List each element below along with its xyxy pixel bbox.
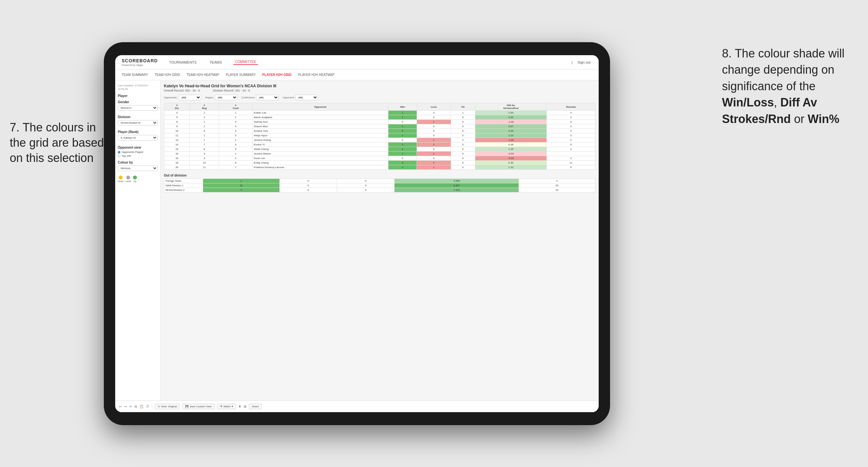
- annotation-left: 7. The colours in the grid are based on …: [10, 120, 107, 165]
- td-tie: 1: [451, 111, 475, 115]
- table-header-row: #Div #Reg #Conf Opponent Win Loss Tie Di…: [164, 103, 595, 111]
- table-row: 1585 Stella Cheng 100 1.254: [164, 147, 595, 152]
- legend-down-dot: [119, 176, 123, 180]
- conference-filter-select[interactable]: (All): [256, 95, 279, 100]
- opponents-filter: Opponents: (All): [164, 95, 201, 100]
- main-content: Last Updated: 27/03/2024 16:55:38 Player…: [115, 81, 599, 401]
- division-label: Division: [118, 115, 158, 119]
- td-opponent: Euna Lee: [252, 156, 389, 161]
- table-row: 1115 Heejo Hyun 100 3.333: [164, 133, 595, 138]
- nav-left: SCOREBOARD Powered by clippd TOURNAMENTS…: [122, 58, 258, 66]
- grid-title: Katelyn Vo Head-to-Head Grid for Women's…: [164, 84, 595, 88]
- left-panel: Last Updated: 27/03/2024 16:55:38 Player…: [115, 81, 161, 401]
- sign-out[interactable]: Sign out: [576, 60, 592, 64]
- division-select[interactable]: NCAA Division III: [118, 120, 158, 126]
- subnav-team-h2h-grid[interactable]: TEAM H2H GRID: [155, 73, 180, 76]
- nav-teams[interactable]: TEAMS: [208, 60, 224, 64]
- subnav-player-h2h-grid[interactable]: PLAYER H2H GRID: [262, 73, 291, 76]
- td-conf: 1: [219, 111, 252, 115]
- share-btn[interactable]: Share: [249, 404, 261, 409]
- td-opponent: Jessica Huang: [252, 138, 389, 143]
- table-row: 1631 Jessica Mason 120 -0.94: [164, 152, 595, 156]
- subnav-team-summary[interactable]: TEAM SUMMARY: [122, 73, 148, 76]
- save-icon: 💾: [185, 405, 188, 408]
- clock-icon[interactable]: ⏱: [146, 405, 149, 408]
- td-opponent: NCAA Division 2: [164, 188, 203, 192]
- table-row: Foreign Team 1 0 0 4.500 2: [164, 179, 595, 183]
- tablet-device: SCOREBOARD Powered by clippd TOURNAMENTS…: [104, 42, 610, 425]
- th-rounds: Rounds: [547, 103, 595, 111]
- opponent-view-label: Opponent view: [118, 146, 158, 149]
- top-100-radio[interactable]: [118, 155, 120, 157]
- td-opponent: Heejo Hyun: [252, 133, 389, 138]
- subnav-team-h2h-heatmap[interactable]: TEAM H2H HEATMAP: [187, 73, 219, 76]
- view-original-btn[interactable]: ⊙ View: Original: [155, 404, 180, 409]
- td-win: 1: [389, 111, 417, 115]
- th-conf: #Conf: [219, 103, 252, 111]
- h2h-table: #Div #Reg #Conf Opponent Win Loss Tie Di…: [164, 103, 595, 170]
- logo: SCOREBOARD Powered by clippd: [122, 58, 158, 66]
- td-opponent: Stella Cheng: [252, 147, 389, 152]
- table-row: NAIA Division 1 15 0 0 9.267 30: [164, 183, 595, 188]
- nav-committee[interactable]: COMMITTEE: [233, 60, 258, 65]
- th-win: Win: [389, 103, 417, 111]
- conference-filter: Conference (All): [241, 95, 279, 100]
- opponent-filter-select[interactable]: (All): [295, 95, 318, 100]
- paste-icon[interactable]: 📋: [140, 405, 144, 408]
- table-row: 3 1 1 Esther Lee 1 0 1 1.50 4: [164, 111, 595, 115]
- table-row: 914 Sharon Mun 100 3.673: [164, 124, 595, 129]
- subnav-player-h2h-heatmap[interactable]: PLAYER H2H HEATMAP: [298, 73, 334, 76]
- td-div: 3: [164, 111, 190, 115]
- td-opponent: Andrea York: [252, 129, 389, 133]
- gender-select[interactable]: Women's: [118, 105, 158, 111]
- td-loss: 0: [416, 111, 451, 115]
- opponent-filter: Opponent (All): [283, 95, 318, 100]
- copy-icon[interactable]: ⧉: [135, 405, 137, 409]
- player-rank-label: Player (Rank): [118, 130, 158, 134]
- th-loss: Loss: [416, 103, 451, 111]
- top-nav: SCOREBOARD Powered by clippd TOURNAMENTS…: [115, 55, 599, 69]
- opponents-played-radio[interactable]: [118, 151, 120, 154]
- undo-icon[interactable]: ↩: [119, 405, 122, 408]
- table-row: 613 Sydney Kuo 010 -1.003: [164, 120, 595, 124]
- region-filter: Region (All): [205, 95, 237, 100]
- td-opponent: Jessica Mason: [252, 152, 389, 156]
- td-opponent: Sydney Kuo: [252, 120, 389, 124]
- td-reg: 1: [190, 111, 219, 115]
- opponents-played-option[interactable]: Opponents Played: [118, 151, 158, 154]
- watch-icon: 👁: [220, 405, 223, 408]
- th-diff: Diff AvStrokes/Rnd: [475, 103, 547, 111]
- opponent-view-section: Opponent view Opponents Played Top 100: [118, 146, 158, 157]
- division-record: Division Record: 331 - 34 - 6: [213, 89, 250, 92]
- legend-up: Up: [133, 176, 137, 182]
- td-opponent: Federica Domecq Lacroze: [252, 165, 389, 170]
- grid-records: Overall Record: 353 - 34 - 6 Division Re…: [164, 89, 595, 92]
- table-row: 1822 Euna Lee 000 -5.002: [164, 156, 595, 161]
- th-tie: Tie: [451, 103, 475, 111]
- td-opponent: Alexis Sudjianto: [252, 115, 389, 120]
- gender-label: Gender: [118, 100, 158, 104]
- tablet-screen: SCOREBOARD Powered by clippd TOURNAMENTS…: [115, 55, 599, 412]
- top-100-option[interactable]: Top 100: [118, 154, 158, 157]
- view-icon: ⊙: [158, 405, 160, 408]
- legend-level: Level: [126, 176, 131, 182]
- undo2-icon[interactable]: ↩: [129, 405, 132, 408]
- table-row: 1474 Eunice Yi 220 0.389: [164, 143, 595, 147]
- nav-right: | Sign out: [572, 60, 592, 64]
- td-opponent: Emily Chang: [252, 161, 389, 165]
- subnav-player-summary[interactable]: PLAYER SUMMARY: [226, 73, 256, 76]
- divider: [152, 404, 152, 410]
- colour-by-select[interactable]: Win/loss: [118, 165, 158, 171]
- redo-icon[interactable]: ↪: [124, 405, 127, 408]
- th-reg: #Reg: [190, 103, 219, 111]
- overall-record: Overall Record: 353 - 34 - 6: [164, 89, 200, 92]
- last-updated: Last Updated: 27/03/2024 16:55:38: [118, 84, 158, 91]
- region-filter-select[interactable]: (All): [215, 95, 238, 100]
- export-icon[interactable]: ⬆: [239, 405, 241, 408]
- opponents-filter-select[interactable]: (All): [179, 95, 201, 100]
- nav-tournaments[interactable]: TOURNAMENTS: [167, 60, 198, 64]
- watch-btn[interactable]: 👁 Watch▾: [217, 404, 236, 409]
- player-rank-select[interactable]: 8. Katelyn Vo: [118, 135, 158, 141]
- grid-icon[interactable]: ⊞: [244, 405, 246, 408]
- save-custom-btn[interactable]: 💾 Save Custom View: [182, 404, 214, 409]
